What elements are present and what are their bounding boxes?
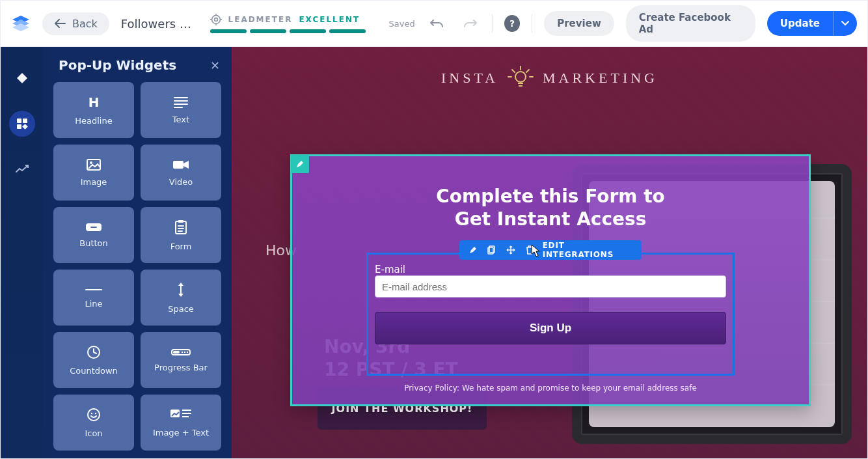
headline-line2: Get Instant Access [329, 208, 772, 230]
widget-space[interactable]: Space [141, 270, 221, 326]
widget-progress-bar[interactable]: Progress Bar [141, 332, 221, 388]
form-selection[interactable]: EDIT INTEGRATIONS E-mail Sign Up [366, 253, 735, 376]
create-facebook-ad-button[interactable]: Create Facebook Ad [626, 5, 755, 42]
svg-point-1 [214, 18, 217, 21]
widget-label: Image + Text [153, 428, 209, 438]
image-icon [87, 159, 101, 171]
widget-line[interactable]: Line [53, 270, 134, 326]
preview-button[interactable]: Preview [544, 11, 614, 36]
svg-text:H: H [88, 95, 100, 109]
button-icon [85, 223, 102, 232]
email-input[interactable] [375, 275, 726, 298]
move-icon[interactable] [505, 243, 517, 257]
brand-header: INSTA MARKETING [232, 65, 867, 91]
leadmeter-status: EXCELLENT [299, 15, 360, 24]
svg-rect-3 [23, 118, 27, 123]
widget-headline[interactable]: H Headline [53, 82, 134, 138]
update-split-button[interactable]: Update [767, 11, 857, 36]
cursor-icon [531, 244, 541, 257]
text-lines-icon [173, 96, 189, 108]
progress-icon [171, 348, 191, 356]
update-more-button[interactable] [833, 11, 857, 36]
svg-rect-17 [173, 351, 180, 354]
widget-label: Headline [75, 116, 112, 126]
clock-icon [87, 345, 101, 359]
svg-rect-2 [17, 118, 21, 123]
layers-icon[interactable] [9, 65, 35, 91]
widget-label: Icon [85, 428, 102, 438]
widget-label: Video [169, 177, 193, 187]
popup-headline[interactable]: Complete this Form to Get Instant Access [329, 185, 772, 230]
widget-label: Space [168, 304, 194, 314]
app-logo [11, 15, 31, 32]
brand-left: INSTA [441, 70, 498, 87]
top-bar: Back Followers W… LEADMETER EXCELLENT Sa… [1, 1, 867, 47]
document-title[interactable]: Followers W… [121, 17, 198, 31]
undo-button[interactable] [427, 12, 448, 35]
svg-point-19 [184, 351, 185, 352]
widget-image-text[interactable]: Image + Text [141, 395, 221, 451]
widgets-panel: Pop-Up Widgets ✕ H Headline Text Image V… [43, 47, 232, 458]
left-rail [1, 47, 43, 458]
heading-icon: H [85, 95, 102, 109]
widgets-tab[interactable] [9, 111, 35, 137]
widget-icon[interactable]: Icon [53, 395, 134, 451]
edit-icon[interactable] [467, 243, 480, 257]
svg-point-0 [211, 16, 220, 24]
widget-image[interactable]: Image [53, 145, 134, 201]
space-icon [175, 282, 187, 298]
svg-point-20 [182, 351, 183, 352]
widget-label: Form [170, 242, 192, 251]
saved-status: Saved [389, 19, 415, 29]
arrow-left-icon [54, 19, 66, 28]
svg-point-18 [187, 351, 188, 352]
brand-right: MARKETING [543, 70, 658, 87]
popup-selection[interactable]: Complete this Form to Get Instant Access… [290, 154, 811, 406]
line-icon [85, 287, 103, 292]
widget-countdown[interactable]: Countdown [53, 332, 134, 388]
panel-close-button[interactable]: ✕ [210, 59, 220, 72]
svg-rect-10 [90, 227, 97, 228]
svg-point-7 [90, 161, 92, 164]
analytics-tab[interactable] [9, 156, 35, 182]
image-with-text-icon [170, 408, 192, 421]
back-button[interactable]: Back [42, 12, 109, 35]
target-icon [210, 14, 222, 25]
widget-label: Line [85, 299, 102, 309]
headline-line1: Complete this Form to [329, 185, 772, 208]
privacy-policy-text: Privacy Policy: We hate spam and promise… [292, 383, 809, 393]
panel-title: Pop-Up Widgets [59, 57, 176, 73]
svg-point-25 [515, 72, 526, 82]
signup-button[interactable]: Sign Up [375, 312, 726, 344]
svg-rect-12 [178, 220, 183, 223]
widgets-grid: H Headline Text Image Video Button Form … [43, 76, 232, 457]
svg-point-23 [95, 412, 97, 414]
smile-icon [87, 408, 101, 422]
update-button[interactable]: Update [767, 11, 833, 36]
svg-point-22 [91, 412, 93, 414]
widget-form[interactable]: Form [141, 207, 221, 263]
svg-rect-14 [180, 286, 182, 294]
leadmeter-title: LEADMETER [228, 15, 293, 24]
back-label: Back [72, 18, 98, 30]
widget-label: Progress Bar [154, 363, 208, 372]
widget-label: Image [81, 177, 107, 187]
email-label: E-mail [375, 264, 726, 275]
svg-rect-8 [173, 161, 183, 169]
svg-rect-4 [17, 124, 21, 129]
editor-canvas[interactable]: INSTA MARKETING How Nov, 3rd 12 PST / 3 … [232, 47, 867, 458]
redo-button[interactable] [459, 12, 480, 35]
widget-text[interactable]: Text [141, 82, 221, 138]
svg-point-21 [88, 409, 100, 421]
widget-label: Text [172, 115, 189, 124]
chevron-down-icon [841, 21, 849, 26]
svg-rect-13 [85, 289, 102, 290]
video-camera-icon [172, 159, 189, 171]
edit-integrations-button[interactable]: EDIT INTEGRATIONS [543, 241, 634, 259]
widget-button[interactable]: Button [53, 207, 134, 263]
bulb-icon [508, 65, 534, 91]
element-toolbar[interactable]: EDIT INTEGRATIONS [459, 240, 642, 260]
widget-video[interactable]: Video [141, 145, 221, 201]
duplicate-icon[interactable] [486, 243, 498, 257]
help-button[interactable]: ? [504, 15, 521, 32]
